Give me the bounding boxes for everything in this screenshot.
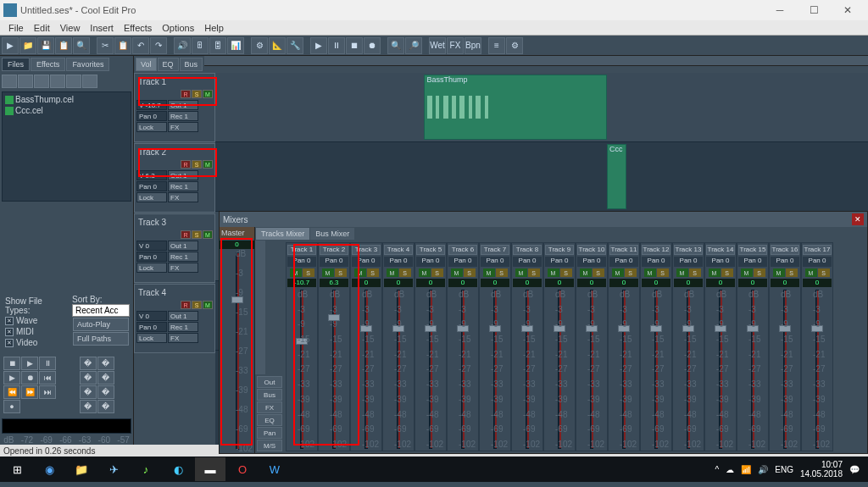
solo-button[interactable]: S xyxy=(754,268,765,277)
toolbar-button[interactable]: ≡ xyxy=(488,37,505,54)
channel-pan[interactable]: Pan 0 xyxy=(352,257,381,267)
mute-button[interactable]: M xyxy=(580,268,592,277)
file-toolbar-button[interactable] xyxy=(34,75,49,88)
toolbar-button[interactable]: 🔎 xyxy=(405,37,422,54)
channel-pan[interactable]: Pan 0 xyxy=(513,257,542,267)
solo-button[interactable]: S xyxy=(625,268,637,277)
menu-insert[interactable]: Insert xyxy=(85,21,119,35)
task-icon[interactable]: O xyxy=(227,457,258,481)
mute-button[interactable]: M xyxy=(676,268,688,277)
toolbar-button[interactable]: Bpn xyxy=(465,37,481,54)
autoplay-button[interactable]: Auto-Play xyxy=(73,318,129,331)
mixer-side-button[interactable]: FX xyxy=(257,401,282,413)
menu-options[interactable]: Options xyxy=(157,21,199,35)
record-arm[interactable]: R xyxy=(181,301,191,309)
mute-button[interactable]: M xyxy=(203,90,213,98)
transport-button[interactable]: ● xyxy=(3,400,20,413)
record-arm[interactable]: R xyxy=(181,160,191,169)
toolbar-button[interactable]: 🔍 xyxy=(387,37,404,54)
channel-pan[interactable]: Pan 0 xyxy=(448,257,477,267)
mute-button[interactable]: M xyxy=(451,268,463,277)
record-arm[interactable]: R xyxy=(181,90,191,98)
mute-button[interactable]: M xyxy=(290,268,302,277)
mute-button[interactable]: M xyxy=(354,268,366,277)
task-icon[interactable]: ♪ xyxy=(131,457,161,481)
view-tab-eq[interactable]: EQ xyxy=(158,58,179,71)
toolbar-button[interactable]: ⚙ xyxy=(251,37,268,54)
mute-button[interactable]: M xyxy=(203,230,213,239)
mute-button[interactable]: M xyxy=(548,268,559,277)
tab-effects[interactable]: Effects xyxy=(31,58,65,71)
filetype-midi[interactable]: ✕MIDI xyxy=(5,326,67,337)
task-icon[interactable]: 📁 xyxy=(66,457,97,481)
task-icon[interactable]: ◐ xyxy=(163,457,193,481)
solo-button[interactable]: S xyxy=(593,268,604,277)
toolbar-button[interactable]: ⏺ xyxy=(364,37,381,54)
task-icon[interactable]: W xyxy=(259,457,290,481)
menu-file[interactable]: File xyxy=(3,21,29,35)
toolbar-button[interactable]: FX xyxy=(447,37,464,54)
mute-button[interactable]: M xyxy=(644,268,656,277)
solo-button[interactable]: S xyxy=(818,268,830,277)
mixer-tab[interactable]: Bus Mixer xyxy=(310,228,354,240)
channel-pan[interactable]: Pan 0 xyxy=(577,257,606,267)
channel-pan[interactable]: Pan 0 xyxy=(771,257,799,267)
toolbar-button[interactable]: 📋 xyxy=(114,37,131,54)
toolbar-button[interactable]: 💾 xyxy=(37,37,54,54)
audio-clip[interactable]: Ccc xyxy=(607,144,626,209)
toolbar-button[interactable]: 🎛 xyxy=(209,37,226,54)
task-icon[interactable]: ◉ xyxy=(34,457,64,481)
filetype-wave[interactable]: ✕Wave xyxy=(5,315,67,326)
mute-button[interactable]: M xyxy=(741,268,753,277)
track-header[interactable]: Track 1RSMV -10.7Out 1Pan 0Rec 1LockFX xyxy=(134,73,215,142)
solo-button[interactable]: S xyxy=(192,160,202,169)
solo-button[interactable]: S xyxy=(192,301,202,309)
sort-dropdown[interactable]: Recent Acc xyxy=(72,304,130,317)
view-tab-bus[interactable]: Bus xyxy=(180,58,203,71)
mixer-close-button[interactable]: ✕ xyxy=(852,213,864,225)
menu-edit[interactable]: Edit xyxy=(29,21,55,35)
language-indicator[interactable]: ENG xyxy=(775,465,793,474)
solo-button[interactable]: S xyxy=(657,268,669,277)
mute-button[interactable]: M xyxy=(387,268,398,277)
transport-button[interactable]: ⏭ xyxy=(39,385,56,399)
track-header[interactable]: Track 4RSMV 0Out 1Pan 0Rec 1LockFX xyxy=(134,284,215,353)
wifi-icon[interactable]: 📶 xyxy=(741,465,751,474)
solo-button[interactable]: S xyxy=(528,268,540,277)
menu-help[interactable]: Help xyxy=(199,21,229,35)
file-toolbar-button[interactable] xyxy=(18,75,33,88)
mute-button[interactable]: M xyxy=(419,268,431,277)
clock-time[interactable]: 10:07 xyxy=(800,460,843,469)
toolbar-button[interactable]: ⚙ xyxy=(506,37,523,54)
solo-button[interactable]: S xyxy=(303,268,314,277)
toolbar-button[interactable]: ↶ xyxy=(132,37,149,54)
solo-button[interactable]: S xyxy=(689,268,701,277)
toolbar-button[interactable]: ⏸ xyxy=(328,37,345,54)
clock-date[interactable]: 14.05.2018 xyxy=(800,469,843,479)
transport-button[interactable]: ⏪ xyxy=(3,385,20,399)
toolbar-button[interactable]: ▶ xyxy=(2,37,19,54)
task-icon[interactable]: ▬ xyxy=(195,457,225,481)
zoom-button[interactable]: � xyxy=(97,357,114,370)
minimize-button[interactable]: ─ xyxy=(763,1,797,19)
toolbar-button[interactable]: Wet xyxy=(429,37,446,54)
mixer-side-button[interactable]: Bus xyxy=(257,389,282,401)
mixer-side-button[interactable]: EQ xyxy=(257,414,282,426)
solo-button[interactable]: S xyxy=(464,268,476,277)
mixer-side-button[interactable]: Out xyxy=(257,376,282,388)
transport-button[interactable]: ▶ xyxy=(3,371,20,385)
mixer-tab[interactable]: Tracks Mixer xyxy=(256,228,309,240)
transport-button[interactable]: ⏮ xyxy=(39,371,56,385)
tab-files[interactable]: Files xyxy=(2,58,30,71)
transport-button[interactable]: ⏸ xyxy=(39,357,56,370)
channel-pan[interactable]: Pan 0 xyxy=(738,257,767,267)
zoom-button[interactable]: � xyxy=(97,385,114,399)
toolbar-button[interactable]: ▶ xyxy=(310,37,327,54)
view-tab-vol[interactable]: Vol xyxy=(136,58,157,71)
channel-pan[interactable]: Pan 0 xyxy=(642,257,670,267)
channel-pan[interactable]: Pan 0 xyxy=(706,257,735,267)
solo-button[interactable]: S xyxy=(496,268,508,277)
menu-effects[interactable]: Effects xyxy=(119,21,157,35)
zoom-button[interactable]: � xyxy=(80,400,97,413)
toolbar-button[interactable]: ⏹ xyxy=(346,37,363,54)
